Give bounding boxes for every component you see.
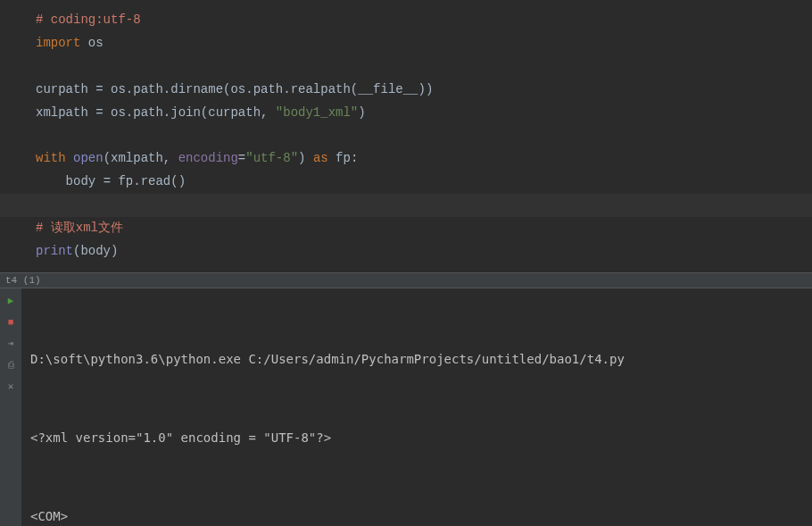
op: = <box>95 82 103 96</box>
close-icon[interactable]: ✕ <box>4 380 18 394</box>
stop-icon[interactable]: ■ <box>4 315 18 330</box>
builtin-open: open <box>73 151 104 165</box>
var: curpath <box>36 82 95 96</box>
string: "body1_xml" <box>276 105 358 120</box>
var: body <box>36 174 104 188</box>
tab-label[interactable]: t4 (1) <box>5 275 41 286</box>
keyword-import: import <box>36 36 80 50</box>
op: = <box>95 105 103 120</box>
rerun-icon[interactable]: ▶ <box>4 294 18 308</box>
kwarg-encoding: encoding <box>178 151 238 165</box>
console-line: <?xml version="1.0" encoding = "UTF-8"?> <box>30 425 803 451</box>
op: = <box>104 174 111 188</box>
expr: ) <box>298 151 313 165</box>
step-icon[interactable]: ⇥ <box>4 337 18 351</box>
var: xmlpath <box>36 105 95 120</box>
expr: fp.read() <box>111 174 186 188</box>
builtin-print: print <box>36 244 73 258</box>
comment: # coding:utf-8 <box>36 13 141 27</box>
op: = <box>238 151 245 165</box>
expr: (body) <box>73 244 118 258</box>
tab-bar[interactable]: t4 (1) <box>0 272 812 288</box>
string: "utf-8" <box>245 151 298 165</box>
space <box>66 151 73 165</box>
console-output[interactable]: D:\soft\python3.6\python.exe C:/Users/ad… <box>21 288 812 526</box>
module-os: os <box>80 36 103 50</box>
console-line: D:\soft\python3.6\python.exe C:/Users/ad… <box>30 346 803 372</box>
expr: os.path.dirname(os.path.realpath( <box>104 82 359 96</box>
dunder-file: __file__ <box>358 82 418 96</box>
console-pane: ▶ ■ ⇥ ⎙ ✕ D:\soft\python3.6\python.exe C… <box>0 288 812 526</box>
expr: fp: <box>328 151 359 165</box>
print-icon[interactable]: ⎙ <box>4 358 18 372</box>
expr: (xmlpath, <box>104 151 178 165</box>
console-line: <COM> <box>30 504 803 526</box>
comment: # 读取xml文件 <box>36 221 123 235</box>
keyword-with: with <box>36 151 66 165</box>
keyword-as: as <box>313 151 328 165</box>
current-line <box>0 194 812 217</box>
expr: os.path.join(curpath, <box>104 105 276 120</box>
console-toolbar: ▶ ■ ⇥ ⎙ ✕ <box>0 288 21 526</box>
expr: )) <box>418 82 434 96</box>
expr: ) <box>358 105 365 120</box>
code-editor[interactable]: # coding:utf-8 import os curpath = os.pa… <box>0 0 812 272</box>
